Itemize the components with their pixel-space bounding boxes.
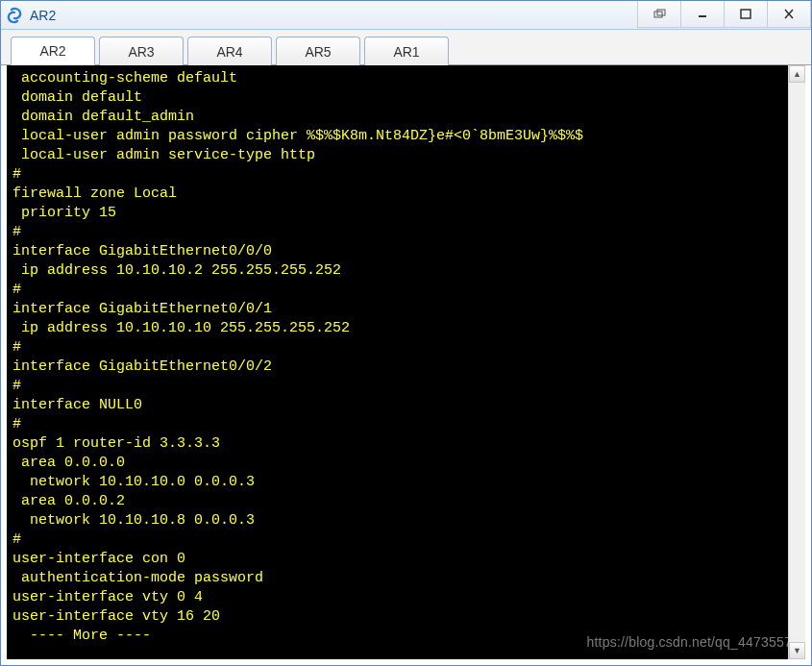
scroll-down-arrow[interactable]: ▼ bbox=[789, 642, 805, 659]
tab-ar2[interactable]: AR2 bbox=[11, 37, 95, 65]
vertical-scrollbar[interactable]: ▲ ▼ bbox=[788, 65, 805, 659]
scroll-up-arrow[interactable]: ▲ bbox=[789, 65, 805, 83]
close-button[interactable] bbox=[767, 1, 811, 28]
tab-label: AR3 bbox=[128, 44, 154, 60]
tab-label: AR5 bbox=[305, 44, 331, 60]
svg-rect-1 bbox=[657, 10, 665, 15]
tab-bar: AR2 AR3 AR4 AR5 AR1 bbox=[1, 30, 811, 65]
tab-label: AR2 bbox=[39, 43, 65, 59]
minimize-button[interactable] bbox=[680, 1, 725, 28]
svg-rect-0 bbox=[654, 12, 662, 17]
tab-ar4[interactable]: AR4 bbox=[187, 37, 272, 65]
tab-ar3[interactable]: AR3 bbox=[99, 37, 184, 65]
svg-rect-3 bbox=[741, 10, 750, 18]
tab-ar1[interactable]: AR1 bbox=[364, 37, 449, 65]
titlebar: AR2 bbox=[1, 1, 811, 30]
terminal-container: accounting-scheme default domain default… bbox=[7, 65, 805, 659]
tab-ar5[interactable]: AR5 bbox=[276, 37, 360, 65]
terminal-output[interactable]: accounting-scheme default domain default… bbox=[7, 65, 788, 659]
window-buttons bbox=[638, 1, 811, 30]
tab-label: AR1 bbox=[393, 44, 419, 60]
app-window: AR2 bbox=[0, 0, 812, 666]
tab-label: AR4 bbox=[216, 44, 242, 60]
restore-down-button[interactable] bbox=[637, 1, 681, 28]
app-icon bbox=[7, 7, 24, 24]
maximize-button[interactable] bbox=[724, 1, 768, 28]
window-title: AR2 bbox=[30, 8, 56, 23]
